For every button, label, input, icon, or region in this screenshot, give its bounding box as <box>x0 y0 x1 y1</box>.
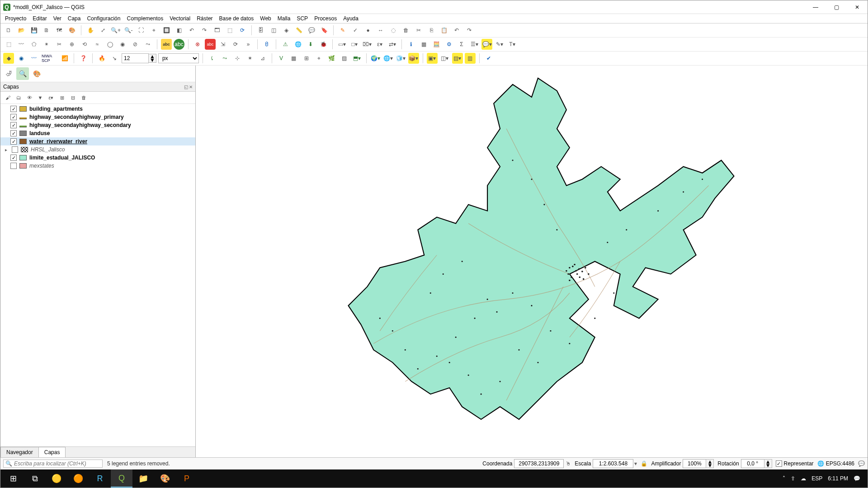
simplify-icon[interactable]: ≈ <box>92 39 103 50</box>
black-beetle-icon[interactable]: 🐞 <box>318 39 329 50</box>
menu-item[interactable]: Complementos <box>127 15 163 22</box>
action-center-icon[interactable]: 💬 <box>854 475 860 482</box>
statistics-icon[interactable]: Σ <box>456 39 467 50</box>
maximize-button[interactable]: ▢ <box>826 0 847 14</box>
save-as-icon[interactable]: 🗎 <box>41 25 52 36</box>
node-tool-icon[interactable]: ◌ <box>388 25 399 36</box>
label-pin-icon[interactable]: abc <box>205 39 216 50</box>
menu-item[interactable]: Proyecto <box>5 15 26 22</box>
text-annotation-icon[interactable]: T▾ <box>507 39 518 50</box>
more-labels-icon[interactable]: » <box>243 39 254 50</box>
mouse-extents-icon[interactable]: 🖱 <box>566 460 571 467</box>
style-manager-icon[interactable]: 🎨 <box>66 25 77 36</box>
layer-visibility-checkbox[interactable] <box>12 146 18 153</box>
undock-icon[interactable]: ◱ <box>184 84 188 89</box>
pan-map-icon[interactable]: ✋ <box>85 25 96 36</box>
locator-input[interactable] <box>14 460 100 467</box>
layer-visibility-checkbox[interactable] <box>10 130 17 136</box>
style-icon[interactable]: 🖌 <box>3 93 12 102</box>
filter-expr-icon[interactable]: ε▾ <box>47 93 56 102</box>
collapse-all-icon[interactable]: ⊟ <box>68 93 77 102</box>
processing-toolbox-icon[interactable]: ⚙ <box>443 39 454 50</box>
grass-icon[interactable]: 🌿 <box>326 53 337 64</box>
box-ico[interactable]: 📦▾ <box>408 53 419 64</box>
taskview-icon[interactable]: ⧉ <box>24 469 46 488</box>
layer-row[interactable]: highway_secondayhighway_primary <box>0 113 195 121</box>
remove-layer-icon[interactable]: 🗑 <box>79 93 88 102</box>
manage-visibility-icon[interactable]: 👁 <box>25 93 34 102</box>
digitize-line-icon[interactable]: 〰 <box>16 39 27 50</box>
map-canvas[interactable] <box>196 66 868 457</box>
menu-item[interactable]: Malla <box>278 15 291 22</box>
layer-visibility-checkbox[interactable] <box>10 138 17 145</box>
plugin-d-icon[interactable]: 📶 <box>59 53 70 64</box>
osm-download-icon[interactable]: ⬇ <box>305 39 316 50</box>
scale-input[interactable] <box>593 459 633 468</box>
vector-toolbox-icon[interactable]: V <box>276 53 287 64</box>
add-group-icon[interactable]: 🗂 <box>14 93 23 102</box>
pointer-icon[interactable]: ⮰ <box>2 67 15 80</box>
layer-row[interactable]: mexstates <box>0 162 195 170</box>
plugin-b-icon[interactable]: ◉ <box>16 53 27 64</box>
paint-icon[interactable]: 🎨 <box>154 469 176 488</box>
layer-visibility-checkbox[interactable] <box>10 155 17 161</box>
zoom-layer-icon[interactable]: ◧ <box>174 25 184 36</box>
tracing-icon[interactable]: ⤹ <box>207 53 217 64</box>
new-shapefile-icon[interactable]: ◈ <box>281 25 292 36</box>
menu-item[interactable]: Configuración <box>87 15 120 22</box>
database-icon[interactable]: 🛢 <box>261 39 272 50</box>
tile-b-icon[interactable]: ◫▾ <box>439 53 450 64</box>
menu-item[interactable]: Vectorial <box>170 15 190 22</box>
search-tool-icon[interactable]: 🔍 <box>16 67 29 80</box>
size-spinner[interactable]: ▲▼ <box>122 53 156 63</box>
messages-icon[interactable]: 💬 <box>858 460 865 467</box>
menu-item[interactable]: Ráster <box>197 15 212 22</box>
open-project-icon[interactable]: 📂 <box>16 25 27 36</box>
start-button[interactable]: ⊞ <box>2 469 24 488</box>
layer-row[interactable]: HRSL_Jalisco <box>0 145 195 154</box>
topo-icon[interactable]: ⊿ <box>257 53 268 64</box>
size-input[interactable] <box>122 53 149 63</box>
tracing2-icon[interactable]: ⤳ <box>219 53 230 64</box>
show-hidden-icon[interactable]: ˄ <box>783 475 785 482</box>
segment-icon[interactable]: ↘ <box>109 53 120 64</box>
render-checkbox[interactable] <box>776 460 782 467</box>
tile-d-icon[interactable]: ▥ <box>465 53 476 64</box>
filter-legend-icon[interactable]: ▼ <box>36 93 45 102</box>
move-feature-icon[interactable]: ↔ <box>375 25 386 36</box>
rotate-icon[interactable]: ⟲ <box>79 39 90 50</box>
new-geopackage-icon[interactable]: ◫ <box>268 25 279 36</box>
deselect-icon[interactable]: ⌧▾ <box>362 39 373 50</box>
explorer-icon[interactable]: 📁 <box>132 469 154 488</box>
globe-ico[interactable]: 🌍▾ <box>370 53 381 64</box>
niwa-scp-icon[interactable]: NIWA SCP <box>41 53 57 64</box>
layer-row[interactable]: highway_secondayhighway_secondary <box>0 121 195 129</box>
close-button[interactable]: ✕ <box>847 0 868 14</box>
paste-features-icon[interactable]: 📋 <box>439 25 449 36</box>
globe2-ico[interactable]: 🌐▾ <box>383 53 394 64</box>
annotation-icon[interactable]: ✎▾ <box>494 39 505 50</box>
select-by-value-icon[interactable]: □▾ <box>349 39 360 50</box>
save-project-icon[interactable]: 💾 <box>28 25 39 36</box>
label-abc-round-icon[interactable]: abc <box>174 39 184 50</box>
label-rotate-icon[interactable]: ⟳ <box>230 39 241 50</box>
zoom-native-icon[interactable]: ⛶ <box>136 25 146 36</box>
menu-item[interactable]: Base de datos <box>219 15 254 22</box>
redo-icon[interactable]: ↷ <box>464 25 475 36</box>
clear-icon[interactable]: 🔥 <box>96 53 107 64</box>
identify-icon[interactable]: ℹ <box>406 39 416 50</box>
menu-item[interactable]: SCP <box>297 15 308 22</box>
copy-features-icon[interactable]: ⎘ <box>426 25 437 36</box>
new-3d-view-icon[interactable]: ⬚ <box>224 25 235 36</box>
layer-tree[interactable]: building_apartmentshighway_secondayhighw… <box>0 104 195 446</box>
menu-item[interactable]: Ver <box>53 15 61 22</box>
menu-item[interactable]: Editar <box>33 15 47 22</box>
clock[interactable]: 6:11 PM <box>828 475 848 482</box>
layer-visibility-checkbox[interactable] <box>10 163 17 169</box>
cube-ico[interactable]: 🧊▾ <box>396 53 406 64</box>
layer-row[interactable]: limite_estadual_JALISCO <box>0 154 195 162</box>
layer-row[interactable]: building_apartments <box>0 105 195 113</box>
digitize-polygon-icon[interactable]: ⬠ <box>28 39 39 50</box>
tab-browser[interactable]: Navegador <box>0 447 39 457</box>
delete-ring-icon[interactable]: ⊘ <box>130 39 141 50</box>
